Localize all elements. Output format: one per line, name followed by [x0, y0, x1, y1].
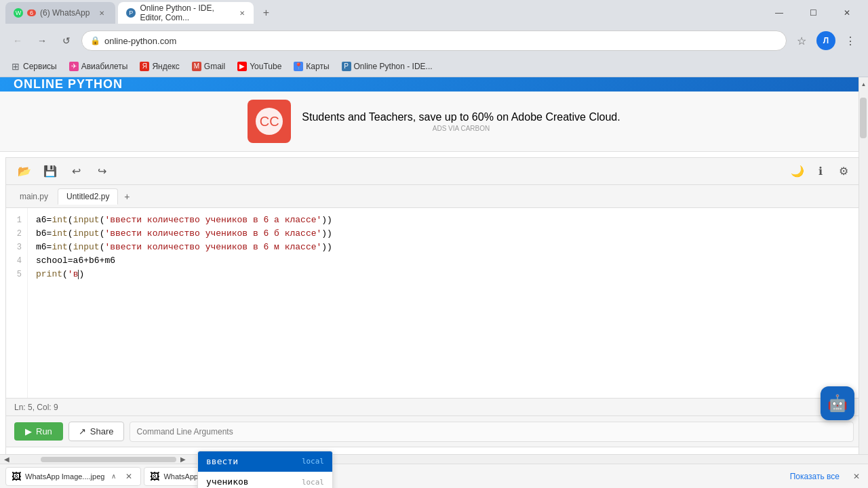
whatsapp-badge: 6	[27, 9, 36, 16]
ad-banner: CC Students and Teachers, save up to 60%…	[0, 92, 868, 152]
tab-mainpy[interactable]: main.py	[12, 189, 56, 204]
scroll-up-button[interactable]: ▲	[859, 77, 869, 91]
scroll-track	[859, 91, 868, 450]
add-tab-button[interactable]: +	[119, 189, 134, 204]
scroll-right-button[interactable]: ▶	[176, 455, 190, 464]
tab-whatsapp[interactable]: W 6 (6) WhatsApp ✕	[5, 2, 115, 24]
bookmark-flights[interactable]: ✈ Авиабилеты	[64, 60, 134, 73]
info-button[interactable]: ℹ	[810, 161, 831, 182]
ad-icon: CC	[248, 100, 291, 143]
maximize-button[interactable]: ☐	[797, 2, 829, 24]
line-num-5: 5	[14, 268, 22, 281]
scroll-thumb[interactable]	[860, 98, 867, 138]
bookmark-python-ide[interactable]: P Online Python - IDE...	[336, 60, 438, 73]
new-tab-button[interactable]: +	[256, 3, 275, 22]
share-button[interactable]: ↗ Share	[68, 422, 124, 441]
ac-tag-2: local	[302, 477, 324, 487]
window-controls: — ☐ ✕	[764, 2, 863, 24]
code-line-2: b6=int(input('ввести количество учеников…	[36, 227, 854, 241]
minimize-button[interactable]: —	[764, 2, 795, 24]
title-bar: W 6 (6) WhatsApp ✕ P Online Python - IDE…	[0, 0, 868, 26]
editor-toolbar: 📂 💾 ↩ ↪ 🌙 ℹ ⚙	[6, 158, 862, 185]
autocomplete-item-2[interactable]: учеников local	[198, 472, 332, 488]
scroll-left-button[interactable]: ◀	[0, 455, 14, 464]
flights-icon: ✈	[69, 62, 79, 71]
browser-menu-button[interactable]: ⋮	[841, 31, 860, 50]
download-file-icon-1: 🖼	[12, 471, 21, 482]
lock-icon: 🔒	[90, 36, 100, 45]
download-close-1[interactable]: ✕	[123, 470, 135, 483]
horizontal-scrollbar[interactable]: ◀ ▶	[0, 454, 868, 464]
status-bar: Ln: 5, Col: 9	[6, 398, 862, 415]
code-line-1: a6=int(input('ввести количество учеников…	[36, 214, 854, 227]
back-button[interactable]: ←	[8, 31, 27, 50]
tab-untitled2py[interactable]: Untitled2.py	[58, 188, 118, 205]
code-line-4: school=a6+b6+m6	[36, 254, 854, 268]
theme-toggle-button[interactable]: 🌙	[787, 161, 808, 182]
line-numbers: 1 2 3 4 5	[6, 208, 28, 398]
code-line-3: m6=int(input('ввести количество учеников…	[36, 241, 854, 254]
ac-word-2: учеников	[206, 476, 249, 488]
bookmark-gmail[interactable]: M Gmail	[186, 60, 231, 73]
whatsapp-tab-close[interactable]: ✕	[96, 7, 107, 18]
grid-icon: ⊞	[11, 62, 20, 71]
address-input[interactable]: 🔒 online-python.com	[81, 30, 787, 51]
forward-button[interactable]: →	[33, 31, 52, 50]
autocomplete-dropdown: ввести local учеников local количество l…	[197, 451, 333, 488]
code-line-5: print('в)	[36, 268, 854, 281]
page-header: ONLINE PYTHON	[0, 77, 868, 92]
line-num-1: 1	[14, 214, 22, 227]
settings-button[interactable]: ⚙	[833, 161, 854, 182]
download-chevron-1[interactable]: ∧	[108, 471, 119, 481]
ac-word-1: ввести	[206, 455, 238, 468]
undo-button[interactable]: ↩	[66, 161, 86, 182]
site-logo: ONLINE PYTHON	[14, 77, 123, 92]
profile-button[interactable]: Л	[816, 31, 835, 50]
tab-mainpy-label: main.py	[20, 192, 48, 201]
autocomplete-item-1[interactable]: ввести local	[198, 451, 332, 472]
line-num-4: 4	[14, 254, 22, 268]
tab-python[interactable]: P Online Python - IDE, Editor, Com... ✕	[118, 2, 254, 24]
maps-icon: 📍	[294, 62, 303, 71]
browser-frame: W 6 (6) WhatsApp ✕ P Online Python - IDE…	[0, 0, 868, 488]
code-editor[interactable]: 1 2 3 4 5 a6=int(input('ввести количеств…	[6, 208, 862, 398]
bookmark-services[interactable]: ⊞ Сервисы	[5, 60, 62, 73]
whatsapp-tab-label: (6) WhatsApp	[40, 8, 90, 18]
vertical-scrollbar[interactable]: ▲ ▼	[859, 77, 868, 464]
chatbot-button[interactable]: 🤖	[821, 386, 854, 420]
content-area: ONLINE PYTHON CC Students and Teachers, …	[0, 77, 868, 488]
share-label: Share	[90, 426, 114, 436]
address-text: online-python.com	[104, 36, 778, 46]
python-tab-close[interactable]: ✕	[238, 7, 246, 18]
show-all-downloads-button[interactable]: Показать все	[785, 469, 845, 484]
run-label: Run	[36, 426, 52, 436]
code-content[interactable]: a6=int(input('ввести количество учеников…	[28, 208, 862, 398]
bookmark-services-label: Сервисы	[23, 62, 57, 71]
cursor-position: Ln: 5, Col: 9	[14, 403, 58, 412]
download-item-1: 🖼 WhatsApp Image....jpeg ∧ ✕	[5, 467, 141, 486]
run-button[interactable]: ▶ Run	[14, 422, 63, 441]
h-scroll-thumb[interactable]	[41, 457, 176, 462]
bookmark-yandex[interactable]: Я Яндекс	[134, 60, 184, 73]
bookmark-gmail-label: Gmail	[204, 62, 225, 71]
line-num-3: 3	[14, 241, 22, 254]
whatsapp-favicon: W	[14, 8, 23, 18]
open-file-button[interactable]: 📂	[14, 161, 35, 182]
bookmark-youtube[interactable]: ▶ YouTube	[232, 60, 287, 73]
toolbar-right: 🌙 ℹ ⚙	[787, 161, 854, 182]
python-bm-icon: P	[342, 62, 351, 71]
bookmark-maps-label: Карты	[306, 62, 329, 71]
close-download-bar-button[interactable]: ✕	[850, 470, 863, 483]
chatbot-icon: 🤖	[827, 394, 848, 413]
save-file-button[interactable]: 💾	[40, 161, 60, 182]
command-line-args-input[interactable]	[130, 422, 854, 442]
bookmark-maps[interactable]: 📍 Карты	[288, 60, 334, 73]
refresh-button[interactable]: ↺	[57, 31, 76, 50]
yandex-icon: Я	[140, 62, 149, 71]
bookmark-star-button[interactable]: ☆	[792, 31, 811, 50]
adobe-icon: CC	[256, 108, 283, 135]
close-button[interactable]: ✕	[831, 2, 863, 24]
bookmark-flights-label: Авиабилеты	[81, 62, 128, 71]
redo-button[interactable]: ↪	[92, 161, 112, 182]
tab-untitled2py-label: Untitled2.py	[66, 192, 109, 201]
